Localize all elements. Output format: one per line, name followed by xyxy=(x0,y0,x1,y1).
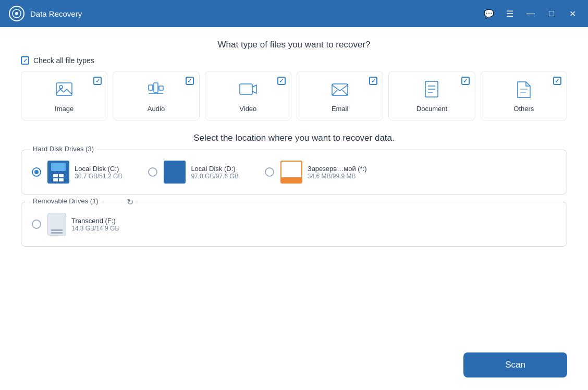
document-icon xyxy=(420,78,443,101)
video-label: Video xyxy=(239,105,256,113)
video-icon xyxy=(237,78,260,101)
image-checkbox[interactable] xyxy=(93,77,102,85)
close-button[interactable]: ✕ xyxy=(565,6,580,21)
maximize-button[interactable]: □ xyxy=(544,6,559,21)
file-type-cards: Image Audio xyxy=(21,71,567,120)
c-drive-info: Local Disk (C:) 30.7 GB/51.2 GB xyxy=(75,165,122,180)
hard-disk-drives-list: Local Disk (C:) 30.7 GB/51.2 GB Local Di… xyxy=(32,159,556,184)
svg-rect-3 xyxy=(56,83,72,95)
file-types-section: What type of files you want to recover? … xyxy=(21,40,567,120)
c-drive-name: Local Disk (C:) xyxy=(75,165,122,173)
d-drive-info: Local Disk (D:) 97.0 GB/97.6 GB xyxy=(191,165,238,180)
app-logo xyxy=(8,5,25,22)
menu-button[interactable]: ☰ xyxy=(503,6,517,21)
others-label: Others xyxy=(513,105,534,113)
svg-rect-6 xyxy=(154,83,158,92)
others-checkbox[interactable] xyxy=(553,77,561,85)
email-icon xyxy=(328,78,351,101)
c-drive-icon xyxy=(47,161,69,184)
svg-rect-7 xyxy=(159,86,163,90)
transcend-drive-name: Transcend (F:) xyxy=(71,217,119,225)
check-all-row: Check all file types xyxy=(21,56,567,65)
c-drive-size: 30.7 GB/51.2 GB xyxy=(75,173,122,180)
app-title: Data Recovery xyxy=(30,9,482,18)
d-drive-name: Local Disk (D:) xyxy=(191,165,238,173)
minimize-button[interactable]: — xyxy=(523,6,538,21)
drive-c[interactable]: Local Disk (C:) 30.7 GB/51.2 GB xyxy=(32,161,122,184)
image-label: Image xyxy=(55,105,74,113)
check-all-label: Check all file types xyxy=(33,56,94,65)
d-drive-size: 97.0 GB/97.6 GB xyxy=(191,173,238,180)
svg-rect-5 xyxy=(149,85,153,90)
removable-drives-group: Removable Drives (1) ↻ Transcend (F:) 14… xyxy=(21,202,567,247)
removable-drives-label: Removable Drives (1) xyxy=(30,197,102,205)
svg-rect-9 xyxy=(240,84,252,94)
email-label: Email xyxy=(332,105,349,113)
file-type-video[interactable]: Video xyxy=(205,71,291,120)
drive-transcend[interactable]: Transcend (F:) 14.3 GB/14.9 GB xyxy=(32,213,119,236)
email-checkbox[interactable] xyxy=(369,77,377,85)
document-label: Document xyxy=(416,105,447,113)
file-type-others[interactable]: Others xyxy=(481,71,567,120)
reserved-drive-info: Зарезерв…мой (*:) 34.6 MB/99.9 MB xyxy=(308,165,367,180)
d-drive-icon xyxy=(164,161,186,184)
drive-d[interactable]: Local Disk (D:) 97.0 GB/97.6 GB xyxy=(148,161,238,184)
transcend-drive-size: 14.3 GB/14.9 GB xyxy=(71,225,119,232)
chat-button[interactable]: 💬 xyxy=(482,6,496,21)
drive-reserved[interactable]: Зарезерв…мой (*:) 34.6 MB/99.9 MB xyxy=(265,161,367,184)
scan-button[interactable]: Scan xyxy=(463,352,567,377)
window-controls: 💬 ☰ — □ ✕ xyxy=(482,6,580,21)
video-checkbox[interactable] xyxy=(277,77,286,85)
scan-button-row: Scan xyxy=(21,352,567,377)
svg-rect-10 xyxy=(332,84,348,95)
hard-disk-label: Hard Disk Drives (3) xyxy=(30,145,97,153)
drive-transcend-radio[interactable] xyxy=(32,220,41,229)
drive-d-radio[interactable] xyxy=(148,167,157,177)
removable-drives-list: Transcend (F:) 14.3 GB/14.9 GB xyxy=(32,211,556,236)
others-icon xyxy=(512,78,535,101)
svg-line-12 xyxy=(342,90,348,95)
file-type-email[interactable]: Email xyxy=(297,71,383,120)
transcend-drive-icon xyxy=(47,213,66,236)
reserved-drive-name: Зарезерв…мой (*:) xyxy=(308,165,367,173)
svg-point-2 xyxy=(15,12,18,15)
drive-c-radio[interactable] xyxy=(32,167,41,177)
transcend-drive-info: Transcend (F:) 14.3 GB/14.9 GB xyxy=(71,217,119,232)
hard-disk-group: Hard Disk Drives (3) Local Disk xyxy=(21,150,567,194)
location-section: Select the location where you want to re… xyxy=(21,133,567,254)
audio-checkbox[interactable] xyxy=(186,77,194,85)
audio-label: Audio xyxy=(148,105,165,113)
image-icon xyxy=(53,78,76,101)
reserved-drive-size: 34.6 MB/99.9 MB xyxy=(308,173,367,180)
refresh-icon[interactable]: ↻ xyxy=(125,197,136,207)
document-checkbox[interactable] xyxy=(461,77,470,85)
title-bar: Data Recovery 💬 ☰ — □ ✕ xyxy=(0,0,588,27)
file-types-question: What type of files you want to recover? xyxy=(21,40,567,50)
file-type-document[interactable]: Document xyxy=(388,71,475,120)
drive-reserved-radio[interactable] xyxy=(265,167,274,177)
file-type-audio[interactable]: Audio xyxy=(113,71,199,120)
main-content: What type of files you want to recover? … xyxy=(0,27,588,390)
audio-icon xyxy=(144,78,167,101)
location-question: Select the location where you want to re… xyxy=(21,133,567,143)
svg-point-4 xyxy=(59,86,63,89)
svg-line-11 xyxy=(332,90,337,95)
check-all-checkbox[interactable] xyxy=(21,56,29,65)
reserved-drive-icon xyxy=(280,161,302,184)
file-type-image[interactable]: Image xyxy=(21,71,107,120)
